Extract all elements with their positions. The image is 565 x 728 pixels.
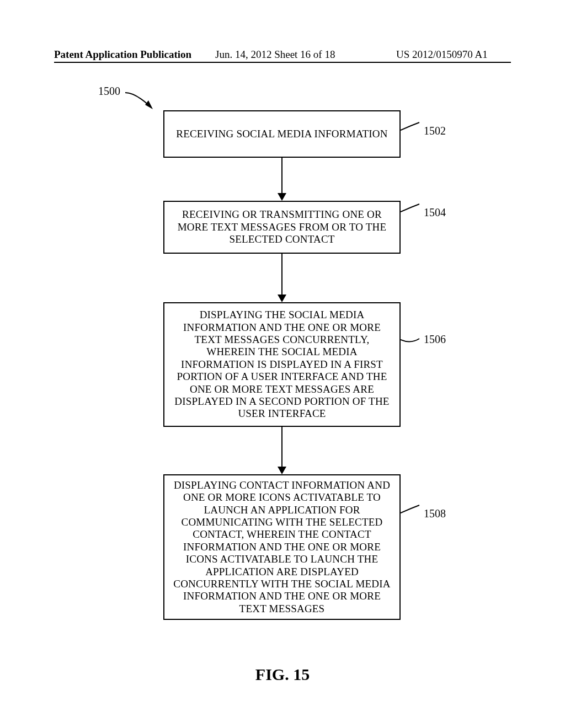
ref-1502-label: 1502 bbox=[424, 125, 446, 137]
ref-tick-icon bbox=[401, 120, 420, 137]
svg-marker-0 bbox=[145, 100, 153, 109]
arrowhead-icon bbox=[278, 295, 286, 302]
header-left: Patent Application Publication bbox=[54, 49, 191, 61]
flow-step-1508: DISPLAYING CONTACT INFORMATION AND ONE O… bbox=[163, 474, 401, 620]
connector-1-2 bbox=[281, 158, 282, 193]
connector-3-4 bbox=[281, 427, 282, 467]
flow-step-text: RECEIVING SOCIAL MEDIA INFORMATION bbox=[176, 128, 387, 140]
connector-2-3 bbox=[281, 254, 282, 295]
header-right: US 2012/0150970 A1 bbox=[396, 49, 488, 61]
flow-step-1506: DISPLAYING THE SOCIAL MEDIA INFORMATION … bbox=[163, 302, 401, 427]
ref-1500-label: 1500 bbox=[98, 85, 120, 98]
ref-tick-icon bbox=[401, 202, 420, 218]
arrowhead-icon bbox=[278, 193, 286, 201]
ref-1506-label: 1506 bbox=[424, 333, 446, 346]
flow-step-text: DISPLAYING THE SOCIAL MEDIA INFORMATION … bbox=[170, 309, 394, 420]
page: Patent Application Publication Jun. 14, … bbox=[0, 0, 565, 728]
flow-step-1502: RECEIVING SOCIAL MEDIA INFORMATION bbox=[163, 110, 401, 158]
flow-step-1504: RECEIVING OR TRANSMITTING ONE OR MORE TE… bbox=[163, 201, 401, 254]
ref-1504-label: 1504 bbox=[424, 206, 446, 219]
flow-step-text: DISPLAYING CONTACT INFORMATION AND ONE O… bbox=[170, 479, 394, 615]
ref-1508-label: 1508 bbox=[424, 507, 446, 520]
header-middle: Jun. 14, 2012 Sheet 16 of 18 bbox=[215, 49, 335, 61]
arrowhead-icon bbox=[278, 467, 286, 474]
flow-step-text: RECEIVING OR TRANSMITTING ONE OR MORE TE… bbox=[170, 208, 394, 245]
ref-1500-arrow-icon bbox=[124, 89, 157, 111]
ref-tick-icon bbox=[401, 503, 420, 520]
ref-tick-icon bbox=[401, 332, 420, 349]
header-rule bbox=[54, 62, 511, 63]
figure-caption: FIG. 15 bbox=[0, 665, 565, 684]
